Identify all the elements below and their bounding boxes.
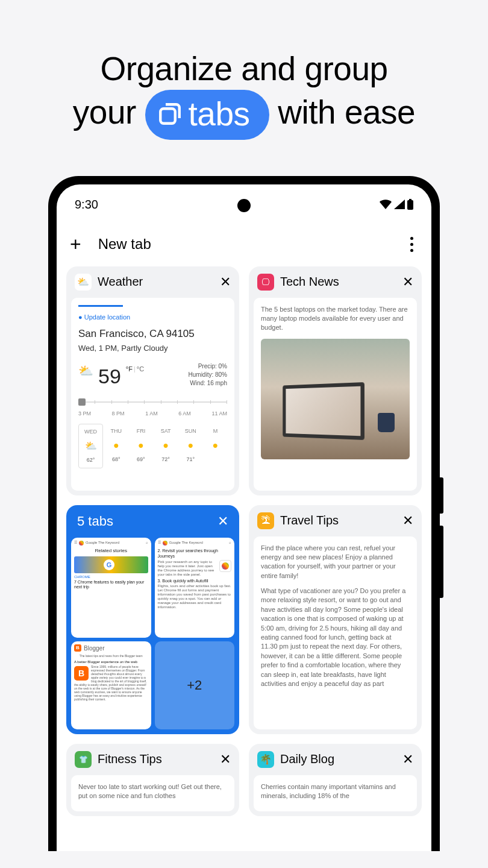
- close-icon[interactable]: ✕: [220, 752, 231, 767]
- weather-datetime: Wed, 1 PM, Partly Cloudy: [78, 343, 227, 354]
- wifi-icon: [380, 200, 392, 209]
- tabs-pill: tabs: [145, 90, 269, 140]
- tech-icon: 🖵: [257, 274, 274, 291]
- tech-body-text: The 5 best laptops on the market today. …: [261, 305, 410, 333]
- sun-icon: ⛅: [78, 362, 93, 379]
- card-title: Daily Blog: [280, 752, 396, 766]
- blog-body: Cherries contain many important vitamins…: [261, 782, 410, 801]
- temp-units[interactable]: °F|°C: [126, 365, 144, 374]
- signal-icon: [394, 200, 405, 209]
- tab-card-blog[interactable]: 🌴 Daily Blog ✕ Cherries contain many imp…: [249, 744, 422, 816]
- fitness-body: Never too late to start working out! Get…: [78, 782, 227, 801]
- card-title: Weather: [98, 275, 214, 289]
- close-icon[interactable]: ✕: [402, 274, 413, 290]
- status-time: 9:30: [75, 198, 98, 212]
- app-bar: + New tab: [57, 216, 431, 266]
- weather-icon: ⛅: [75, 274, 92, 291]
- card-title: Tech News: [280, 275, 396, 289]
- weather-details: Precip: 0% Humidity: 80% Wind: 16 mph: [189, 362, 227, 388]
- close-icon[interactable]: ✕: [402, 752, 413, 767]
- mini-tab[interactable]: ☰ Google The Keyword ⌕ Related stories C…: [71, 538, 151, 638]
- tab-card-weather[interactable]: ⛅ Weather ✕ Update location San Francisc…: [66, 266, 239, 495]
- blog-icon: 🌴: [257, 751, 274, 768]
- time-slider[interactable]: [78, 398, 227, 406]
- svg-rect-2: [409, 199, 411, 201]
- new-tab-button[interactable]: +: [70, 233, 81, 256]
- app-bar-title: New tab: [98, 236, 393, 253]
- temperature: 59: [98, 362, 121, 391]
- close-icon[interactable]: ✕: [220, 274, 231, 290]
- close-icon[interactable]: ✕: [402, 513, 413, 529]
- phone-frame: 9:30 + New tab ⛅ Weather ✕: [48, 176, 440, 851]
- svg-rect-1: [407, 200, 413, 210]
- camera-dot: [237, 199, 251, 212]
- day-forecast[interactable]: WED⛅62° THU●68° FRI●69° SAT●72° SUN●71° …: [78, 424, 227, 468]
- marketing-headline: Organize and group your tabs with ease: [0, 0, 488, 164]
- mini-tab[interactable]: ☰ Google The Keyword ⌕ 2. Revisit your s…: [155, 538, 235, 638]
- tab-card-fitness[interactable]: 👕 Fitness Tips ✕ Never too late to start…: [66, 744, 239, 816]
- weather-location: San Francisco, CA 94105: [78, 327, 227, 341]
- menu-button[interactable]: [410, 237, 418, 252]
- card-title: Travel Tips: [280, 514, 396, 527]
- fitness-icon: 👕: [75, 751, 92, 768]
- card-title: Fitness Tips: [98, 752, 214, 766]
- travel-p1: Find the place where you can rest, refue…: [261, 544, 410, 581]
- svg-rect-0: [160, 108, 175, 124]
- update-location-link[interactable]: Update location: [78, 313, 227, 322]
- battery-icon: [407, 199, 413, 210]
- blogger-icon: B: [74, 644, 81, 652]
- time-labels: 3 PM8 PM1 AM6 AM11 AM: [78, 410, 227, 418]
- travel-p2: What type of vacationer are you? Do you …: [261, 587, 410, 688]
- laptop-image: [261, 339, 410, 459]
- tabgroup-title: 5 tabs: [77, 514, 217, 529]
- tab-card-travel[interactable]: 🏝 Travel Tips ✕ Find the place where you…: [249, 505, 422, 734]
- travel-icon: 🏝: [257, 512, 274, 529]
- mini-tab[interactable]: BBlogger The latest tips and news from t…: [71, 641, 151, 729]
- close-icon[interactable]: ✕: [217, 514, 228, 529]
- blogger-icon: B: [74, 666, 89, 681]
- tab-card-tech[interactable]: 🖵 Tech News ✕ The 5 best laptops on the …: [249, 266, 422, 495]
- tab-group-card[interactable]: 5 tabs ✕ ☰ Google The Keyword ⌕ Related …: [66, 505, 239, 734]
- tabs-icon: [157, 101, 183, 127]
- more-tabs-button[interactable]: +2: [155, 641, 235, 729]
